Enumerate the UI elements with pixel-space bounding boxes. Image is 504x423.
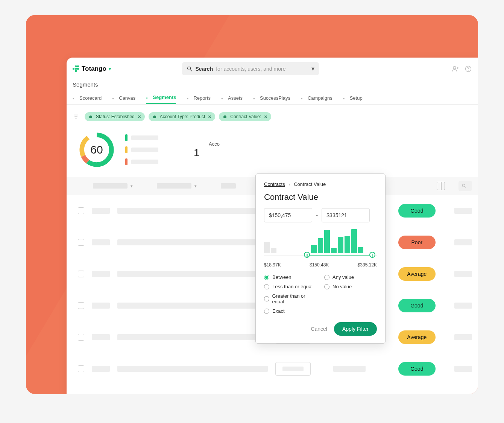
filter-chip-row: Status: Established✕Account Type: Produc… (67, 105, 478, 129)
breadcrumb-leaf: Contract Value (294, 181, 326, 187)
row-checkbox[interactable] (78, 271, 84, 277)
row-checkbox[interactable] (78, 365, 84, 372)
topbar: Totango ▾ Search for accounts, users, an… (67, 58, 478, 80)
tab-successplays[interactable]: ▪SuccessPlays (253, 91, 290, 104)
range-from-input[interactable] (264, 208, 312, 222)
help-icon[interactable] (465, 65, 472, 73)
table-search[interactable] (458, 181, 472, 191)
breadcrumb: Contracts › Contract Value (264, 181, 377, 187)
status-badge: Good (398, 362, 436, 376)
layout-toggle-icon[interactable] (437, 182, 445, 190)
range-separator: - (316, 212, 318, 219)
brand-name: Totango (82, 65, 106, 73)
histogram-bar (311, 245, 317, 253)
slider-handle-left[interactable]: ||| (304, 252, 310, 258)
svg-rect-14 (224, 116, 227, 118)
breadcrumb-root[interactable]: Contracts (264, 181, 285, 187)
tab-reports[interactable]: ▪Reports (187, 91, 211, 104)
status-badge: Average (398, 267, 436, 281)
radio-icon (264, 284, 269, 289)
tab-setup[interactable]: ▪Setup (343, 91, 363, 104)
status-badge: Good (398, 204, 436, 218)
tab-scorecard[interactable]: ▪Scorecard (73, 91, 102, 104)
chip-remove-icon[interactable]: ✕ (138, 114, 141, 119)
topbar-actions (452, 65, 472, 73)
search-icon (461, 183, 467, 189)
radio-option[interactable]: Between (264, 274, 317, 280)
radio-option[interactable]: Any value (324, 274, 377, 280)
histogram-bar (264, 242, 270, 253)
filter-chip[interactable]: Status: Established✕ (85, 112, 145, 121)
donut-value: 60 (90, 143, 103, 156)
status-badge: Average (398, 330, 436, 344)
svg-rect-12 (153, 116, 156, 118)
radio-icon (324, 284, 329, 289)
range-to-input[interactable] (322, 208, 370, 222)
search-label: Search (196, 66, 213, 72)
svg-point-19 (462, 184, 465, 187)
radio-option[interactable]: Greater than or equal (264, 293, 317, 304)
page-title: Segments (67, 80, 478, 91)
histogram-bar (331, 248, 337, 253)
svg-rect-11 (90, 115, 91, 116)
histogram-bar (345, 236, 350, 253)
tabs: ▪Scorecard▪Canvas▪Segments▪Reports▪Asset… (67, 91, 478, 105)
health-donut: 60 (77, 130, 116, 169)
radio-option[interactable]: Exact (264, 308, 317, 314)
comparison-radios: BetweenAny valueLess than or equalNo val… (264, 274, 377, 314)
apply-filter-button[interactable]: Apply Filter (334, 322, 377, 336)
row-checkbox[interactable] (78, 302, 84, 309)
histogram: ||| ||| (264, 229, 377, 259)
filter-icon[interactable] (73, 113, 79, 120)
donut-legend (125, 134, 158, 165)
accounts-label: Acco (209, 141, 220, 147)
histogram-bar (318, 238, 323, 253)
cancel-button[interactable]: Cancel (311, 326, 327, 332)
svg-rect-10 (89, 116, 92, 118)
tab-assets[interactable]: ▪Assets (221, 91, 243, 104)
svg-line-1 (190, 70, 192, 71)
popover-title: Contract Value (264, 192, 377, 202)
cell-box[interactable] (275, 362, 311, 376)
status-badge: Poor (398, 236, 436, 249)
briefcase-icon (152, 115, 157, 119)
accounts-value: 1 (194, 147, 220, 159)
range-slider-track[interactable]: ||| ||| (264, 255, 377, 256)
table-row: Good (73, 353, 472, 385)
brand-logo-icon (73, 65, 79, 72)
chevron-down-icon[interactable]: ▾ (311, 65, 314, 72)
column-header[interactable] (221, 183, 236, 189)
histo-mid-label: $150.48K (310, 262, 329, 268)
histogram-bar (271, 248, 276, 253)
search-placeholder: for accounts, users, and more (216, 66, 285, 72)
histogram-bar (351, 229, 357, 253)
contract-value-filter-popover: Contracts › Contract Value Contract Valu… (255, 173, 386, 344)
tab-canvas[interactable]: ▪Canvas (112, 91, 135, 104)
tab-campaigns[interactable]: ▪Campaigns (301, 91, 332, 104)
add-user-icon[interactable] (452, 65, 459, 73)
histogram-bar (324, 230, 330, 253)
status-badge: Good (398, 299, 436, 312)
filter-chip[interactable]: Account Type: Product✕ (149, 112, 216, 121)
briefcase-icon (88, 115, 93, 119)
radio-option[interactable]: Less than or equal (264, 284, 317, 289)
svg-rect-13 (154, 115, 155, 116)
brand[interactable]: Totango ▾ (73, 65, 111, 73)
chip-remove-icon[interactable]: ✕ (264, 114, 267, 119)
svg-point-6 (468, 70, 469, 70)
slider-handle-right[interactable]: ||| (369, 252, 375, 258)
column-header[interactable]: ▾ (93, 183, 133, 189)
search-icon (187, 66, 193, 72)
radio-option[interactable]: No value (324, 284, 377, 289)
column-header[interactable]: ▾ (157, 183, 197, 189)
histo-min-label: $18.97K (264, 262, 281, 268)
row-checkbox[interactable] (78, 239, 84, 246)
row-checkbox[interactable] (78, 207, 84, 214)
chip-remove-icon[interactable]: ✕ (208, 114, 211, 119)
tab-segments[interactable]: ▪Segments (146, 91, 176, 104)
row-checkbox[interactable] (78, 334, 84, 341)
legend-swatch-poor (125, 158, 128, 165)
search-input[interactable]: Search for accounts, users, and more ▾ (182, 62, 319, 75)
histogram-bar (338, 237, 343, 253)
filter-chip[interactable]: Contract Value:✕ (219, 112, 271, 121)
